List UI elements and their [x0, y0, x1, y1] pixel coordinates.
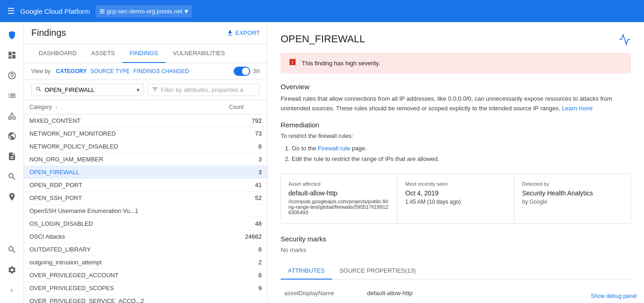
category-cell: OPEN_SSH_PORT [24, 192, 223, 205]
category-cell: NETWORK_POLICY_DISABLED [24, 140, 223, 153]
chevron-down-icon: ▾ [184, 7, 188, 16]
sidebar-icon-alert[interactable] [3, 66, 21, 85]
table-row[interactable]: MIXED_CONTENT 792 [24, 114, 267, 127]
category-cell: NETWORK_NOT_MONITORED [24, 127, 223, 140]
view-by-source-type[interactable]: SOURCE TYPE [90, 68, 130, 74]
table-row[interactable]: NETWORK_NOT_MONITORED 73 [24, 127, 267, 140]
table-row[interactable]: OPEN_RDP_PORT 41 [24, 179, 267, 192]
table-row[interactable]: OS_LOGIN_DISABLED 48 [24, 217, 267, 230]
table-row[interactable]: OPEN_FIREWALL 3 [24, 166, 267, 179]
count-cell: 41 [223, 179, 267, 192]
category-cell: OSCI Attacks [24, 230, 223, 243]
filter-icon [152, 86, 158, 94]
tab-findings[interactable]: FINDINGS [122, 44, 166, 63]
category-cell: OS_LOGIN_DISABLED [24, 217, 223, 230]
view-by-category[interactable]: CATEGORY [56, 68, 87, 74]
sidebar-icon-diamond[interactable] [3, 107, 21, 125]
search-dropdown-icon[interactable]: ▾ [137, 86, 140, 93]
sidebar-icon-list[interactable] [3, 86, 21, 105]
tabs-bar: DASHBOARD ASSETS FINDINGS VULNERABILITIE… [24, 44, 267, 63]
count-cell: 9 [223, 282, 267, 295]
table-row[interactable]: OVER_PRIVILEGED_ACCOUNT 8 [24, 269, 267, 282]
attribute-row: assetDisplayName default-allow-http [281, 285, 631, 302]
table-row[interactable]: OPEN_SSH_PORT 52 [24, 192, 267, 205]
view-by-findings-changed[interactable]: FINDINGS CHANGED [133, 68, 189, 74]
findings-header: Findings EXPORT [24, 22, 267, 44]
category-header[interactable]: Category ↑ [24, 100, 223, 114]
hamburger-icon[interactable]: ☰ [7, 6, 15, 16]
debug-panel-link[interactable]: Show debug panel [591, 293, 637, 299]
remediation-section: Remediation To restrict the firewall rul… [281, 121, 631, 165]
project-name: gcp-sec-demo-org.joonix.net [107, 8, 183, 15]
tab-source-properties[interactable]: SOURCE PROPERTIES(13) [332, 263, 423, 280]
view-by-label: View by [31, 68, 51, 74]
table-row[interactable]: NON_ORG_IAM_MEMBER 3 [24, 153, 267, 166]
sidebar-icon-shield[interactable] [3, 26, 21, 44]
category-cell: OVER_PRIVILEGED_SERVICE_ACCO...2 [24, 295, 223, 303]
sidebar-icon-dashboard[interactable] [3, 46, 21, 64]
table-row[interactable]: OUTDATED_LIBRARY 8 [24, 243, 267, 256]
recently-seen-value: Oct 4, 2019 [405, 189, 506, 197]
count-cell: 3 [223, 153, 267, 166]
attribute-tabs: ATTRIBUTES SOURCE PROPERTIES(13) [281, 263, 631, 280]
count-cell: 3 [223, 166, 267, 179]
tab-dashboard[interactable]: DASHBOARD [31, 44, 84, 63]
table-row[interactable]: outgoing_intrusion_attempt 2 [24, 256, 267, 269]
sidebar-icon-file[interactable] [3, 147, 21, 166]
count-cell: 24662 [223, 230, 267, 243]
detected-by-label: Detected by [522, 181, 623, 187]
attributes-table: assetDisplayName default-allow-http asse… [281, 285, 631, 303]
overview-text: Firewall rules that allow connections fr… [281, 94, 631, 114]
count-header[interactable]: Count [223, 100, 267, 114]
asset-affected-label: Asset affected [288, 181, 390, 187]
security-marks-section: Security marks No marks [281, 235, 631, 253]
detected-by-card: Detected by Security Health Analytics by… [515, 174, 631, 223]
table-row[interactable]: OpenSSH Username Enumeration Vu...1 [24, 205, 267, 217]
grid-icon: ⊞ [99, 7, 105, 15]
search-wrapper: ▾ [31, 84, 144, 96]
export-button[interactable]: EXPORT [226, 29, 260, 37]
recently-seen-sub: 1:45 AM (10 days ago) [405, 199, 506, 205]
sidebar-icon-search[interactable] [3, 167, 21, 186]
count-cell [223, 205, 267, 217]
sidebar-icon-expand[interactable]: › [3, 281, 21, 299]
sidebar-icon-location[interactable] [3, 188, 21, 206]
findings-table: Category ↑ Count MIXED_CONTENT 792 NETWO… [24, 100, 267, 303]
security-marks-title: Security marks [281, 235, 631, 243]
overview-section: Overview Firewall rules that allow conne… [281, 83, 631, 114]
table-row[interactable]: OVER_PRIVILEGED_SCOPES 9 [24, 282, 267, 295]
sidebar-icon-globe[interactable] [3, 127, 21, 145]
filter-bar: Filter by attributes, properties a [148, 84, 260, 96]
tab-assets[interactable]: ASSETS [84, 44, 122, 63]
count-cell: 8 [223, 243, 267, 256]
category-cell: OVER_PRIVILEGED_ACCOUNT [24, 269, 223, 282]
count-cell: 73 [223, 127, 267, 140]
filter-row: ▾ Filter by attributes, properties a [24, 80, 267, 100]
table-row[interactable]: NETWORK_POLICY_DISABLED 8 [24, 140, 267, 153]
filter-placeholder: Filter by attributes, properties a [161, 86, 243, 93]
learn-more-link[interactable]: Learn more [562, 105, 592, 112]
project-selector[interactable]: ⊞ gcp-sec-demo-org.joonix.net ▾ [96, 5, 192, 17]
remediation-step-1: Go to the Firewall rule page. [292, 143, 631, 154]
tab-vulnerabilities[interactable]: VULNERABILITIES [166, 44, 232, 63]
search-icon [35, 86, 42, 94]
table-row[interactable]: OVER_PRIVILEGED_SERVICE_ACCO...2 [24, 295, 267, 303]
sidebar-icon-magnify[interactable] [3, 240, 21, 259]
recently-seen-label: Most recently seen [405, 181, 506, 187]
toggle-button[interactable] [234, 67, 250, 76]
monitor-icon[interactable] [618, 33, 631, 47]
category-cell: NON_ORG_IAM_MEMBER [24, 153, 223, 166]
tab-attributes[interactable]: ATTRIBUTES [281, 263, 332, 280]
asset-affected-card: Asset affected default-allow-http //comp… [281, 174, 397, 223]
firewall-rule-link[interactable]: Firewall rule [318, 145, 350, 152]
asset-affected-sub: //compute.googleapis.com/projects/public… [288, 199, 390, 215]
search-input[interactable] [45, 86, 134, 93]
category-cell: OUTDATED_LIBRARY [24, 243, 223, 256]
count-cell: 2 [223, 256, 267, 269]
category-cell: outgoing_intrusion_attempt [24, 256, 223, 269]
sidebar-icon-settings[interactable] [3, 261, 21, 279]
remediation-list: Go to the Firewall rule page. Edit the r… [292, 143, 631, 165]
category-cell: OPEN_RDP_PORT [24, 179, 223, 192]
asset-affected-value: default-allow-http [288, 189, 390, 197]
table-row[interactable]: OSCI Attacks 24662 [24, 230, 267, 243]
